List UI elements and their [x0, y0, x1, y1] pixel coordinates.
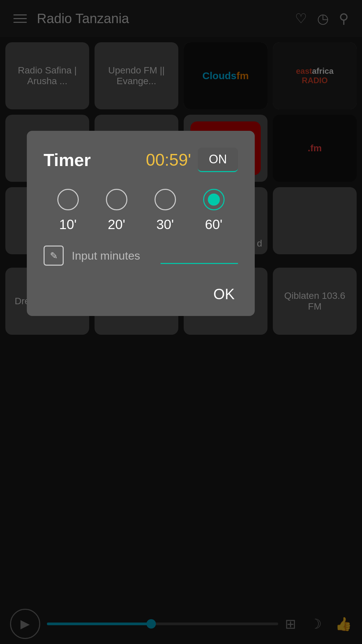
radio-circle-60[interactable]	[203, 189, 225, 210]
timer-input-row: ✎ Input minutes	[44, 246, 238, 269]
overlay	[0, 0, 362, 644]
timer-option-10[interactable]: 10'	[57, 189, 79, 232]
edit-icon: ✎	[44, 246, 64, 266]
radio-circle-20[interactable]	[106, 189, 127, 210]
timer-option-60[interactable]: 60'	[203, 189, 225, 232]
timer-dialog: Timer 00:59' ON 10' 20' 30' 60' ✎ Input …	[27, 131, 255, 316]
timer-option-30[interactable]: 30'	[155, 189, 176, 232]
timer-option-20[interactable]: 20'	[106, 189, 127, 232]
timer-options: 10' 20' 30' 60'	[44, 189, 238, 232]
timer-header-right: 00:59' ON	[146, 148, 238, 172]
ok-button[interactable]: OK	[44, 286, 238, 303]
input-minutes-label: Input minutes	[72, 249, 149, 262]
timer-title: Timer	[44, 150, 91, 170]
radio-circle-30[interactable]	[155, 189, 176, 210]
timer-option-label-10: 10'	[59, 217, 76, 232]
timer-toggle-button[interactable]: ON	[198, 148, 238, 172]
timer-option-label-30: 30'	[156, 217, 174, 232]
timer-header: Timer 00:59' ON	[44, 148, 238, 172]
radio-circle-10[interactable]	[57, 189, 79, 210]
timer-option-label-20: 20'	[108, 217, 125, 232]
timer-option-label-60: 60'	[205, 217, 222, 232]
input-underline	[161, 263, 238, 264]
timer-time: 00:59'	[146, 150, 191, 170]
